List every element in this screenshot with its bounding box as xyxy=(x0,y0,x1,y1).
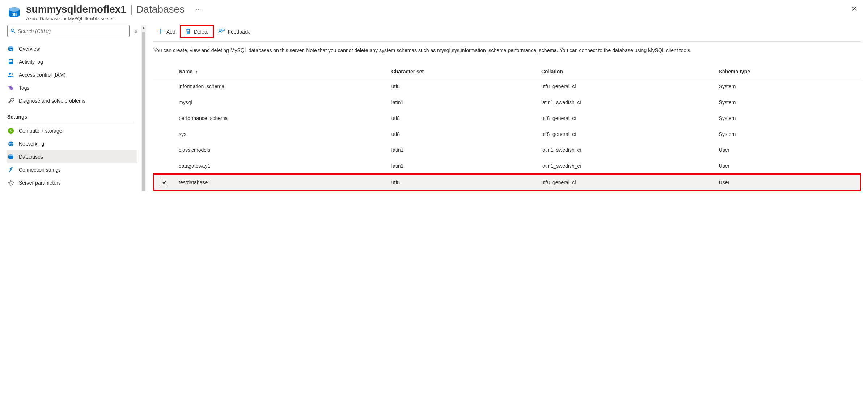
sidebar-item-databases[interactable]: Databases xyxy=(7,150,137,163)
table-row[interactable]: datagateway1latin1latin1_swedish_ciUser xyxy=(153,158,861,174)
scroll-up-icon: ▲ xyxy=(142,26,145,30)
cell-schema_type: User xyxy=(715,142,861,158)
cell-charset: utf8 xyxy=(388,126,538,142)
collapse-sidebar-button[interactable]: « xyxy=(135,28,137,34)
svg-text:$: $ xyxy=(10,129,12,133)
add-label: Add xyxy=(166,29,175,35)
db-icon xyxy=(7,153,14,160)
sidebar-item-tags[interactable]: Tags xyxy=(7,81,137,94)
cell-collation: latin1_swedish_ci xyxy=(538,142,715,158)
cell-charset: utf8 xyxy=(388,78,538,95)
cell-collation: latin1_swedish_ci xyxy=(538,158,715,174)
add-button[interactable]: Add xyxy=(153,26,180,37)
svg-point-13 xyxy=(12,73,13,75)
main-content: Add Delete Feedback You can create, view… xyxy=(146,25,868,191)
sidebar-item-overview[interactable]: My Overview xyxy=(7,42,137,55)
feedback-button[interactable]: Feedback xyxy=(214,26,254,37)
log-icon xyxy=(7,58,14,65)
cell-charset: latin1 xyxy=(388,158,538,174)
title-line: summysqldemoflex1 | Databases ··· xyxy=(26,4,848,15)
sidebar-search-box[interactable] xyxy=(7,25,130,37)
table-row[interactable]: classicmodelslatin1latin1_swedish_ciUser xyxy=(153,142,861,158)
wrench-icon xyxy=(7,97,14,104)
svg-line-4 xyxy=(14,31,15,33)
scroll-thumb[interactable] xyxy=(142,32,145,191)
svg-point-12 xyxy=(9,73,11,75)
cell-schema_type: System xyxy=(715,94,861,110)
cell-schema_type: System xyxy=(715,110,861,126)
cell-checkbox[interactable] xyxy=(153,174,175,191)
svg-rect-11 xyxy=(9,63,11,63)
svg-rect-10 xyxy=(9,61,12,62)
more-button[interactable]: ··· xyxy=(195,6,201,13)
sidebar-item-server-parameters[interactable]: Server parameters xyxy=(7,176,137,189)
sidebar-item-label: Networking xyxy=(19,141,44,147)
svg-point-22 xyxy=(10,182,12,184)
tag-icon xyxy=(7,84,14,91)
sidebar-item-connection-strings[interactable]: Connection strings xyxy=(7,163,137,176)
col-name-label: Name xyxy=(179,69,192,74)
cell-checkbox[interactable] xyxy=(153,78,175,95)
cell-checkbox[interactable] xyxy=(153,158,175,174)
sidebar-item-label: Access control (IAM) xyxy=(19,72,65,78)
mysql-icon: My xyxy=(7,45,14,52)
svg-point-1 xyxy=(9,7,20,12)
cell-name: sys xyxy=(175,126,388,142)
svg-point-3 xyxy=(11,29,14,31)
cell-checkbox[interactable] xyxy=(153,142,175,158)
people-icon xyxy=(7,71,14,78)
col-charset[interactable]: Character set xyxy=(388,65,538,78)
svg-point-14 xyxy=(9,87,10,88)
sidebar-item-label: Diagnose and solve problems xyxy=(19,98,85,104)
cell-charset: latin1 xyxy=(388,142,538,158)
cell-schema_type: System xyxy=(715,78,861,95)
cell-name: classicmodels xyxy=(175,142,388,158)
databases-table: Name ↑ Character set Collation Schema ty… xyxy=(153,65,861,191)
sidebar-item-diagnose[interactable]: Diagnose and solve problems xyxy=(7,94,137,107)
table-row[interactable]: performance_schemautf8utf8_general_ciSys… xyxy=(153,110,861,126)
resource-type-subtitle: Azure Database for MySQL flexible server xyxy=(26,16,848,21)
sidebar-item-access-control[interactable]: Access control (IAM) xyxy=(7,68,137,81)
table-row[interactable]: mysqllatin1latin1_swedish_ciSystem xyxy=(153,94,861,110)
svg-text:DB: DB xyxy=(12,13,17,17)
sidebar-item-label: Server parameters xyxy=(19,180,61,186)
cell-checkbox[interactable] xyxy=(153,94,175,110)
cell-name: datagateway1 xyxy=(175,158,388,174)
cell-name: testdatabase1 xyxy=(175,174,388,191)
toolbar: Add Delete Feedback xyxy=(153,25,861,42)
search-input[interactable] xyxy=(18,28,126,34)
database-resource-icon: DB xyxy=(7,6,21,20)
table-row[interactable]: information_schemautf8utf8_general_ciSys… xyxy=(153,78,861,95)
cell-schema_type: System xyxy=(715,126,861,142)
table-row[interactable]: sysutf8utf8_general_ciSystem xyxy=(153,126,861,142)
cell-name: information_schema xyxy=(175,78,388,95)
title-separator: | xyxy=(130,4,132,15)
cell-checkbox[interactable] xyxy=(153,110,175,126)
checkbox-checked-icon[interactable] xyxy=(161,179,168,186)
sidebar-item-networking[interactable]: Networking xyxy=(7,137,137,150)
cell-schema_type: User xyxy=(715,158,861,174)
sidebar-item-label: Databases xyxy=(19,154,43,160)
delete-label: Delete xyxy=(194,29,208,35)
sort-arrow-icon: ↑ xyxy=(195,69,198,74)
cell-schema_type: User xyxy=(715,174,861,191)
cell-collation: latin1_swedish_ci xyxy=(538,94,715,110)
close-button[interactable] xyxy=(848,4,861,16)
sidebar-item-compute-storage[interactable]: $ Compute + storage xyxy=(7,124,137,137)
col-collation[interactable]: Collation xyxy=(538,65,715,78)
cell-collation: utf8_general_ci xyxy=(538,174,715,191)
sidebar-item-label: Activity log xyxy=(19,59,43,65)
delete-button[interactable]: Delete xyxy=(180,25,214,38)
col-name[interactable]: Name ↑ xyxy=(175,65,388,78)
table-row[interactable]: testdatabase1utf8utf8_general_ciUser xyxy=(153,174,861,191)
col-schema-type[interactable]: Schema type xyxy=(715,65,861,78)
svg-point-23 xyxy=(219,29,221,31)
conn-icon xyxy=(7,166,14,173)
gear-icon xyxy=(7,179,14,186)
sidebar-scrollbar[interactable]: ▲ xyxy=(141,25,146,191)
sidebar: « My Overview Activity log Access contro… xyxy=(0,25,146,191)
cell-name: performance_schema xyxy=(175,110,388,126)
sidebar-item-activity-log[interactable]: Activity log xyxy=(7,55,137,68)
cell-collation: utf8_general_ci xyxy=(538,126,715,142)
cell-checkbox[interactable] xyxy=(153,126,175,142)
